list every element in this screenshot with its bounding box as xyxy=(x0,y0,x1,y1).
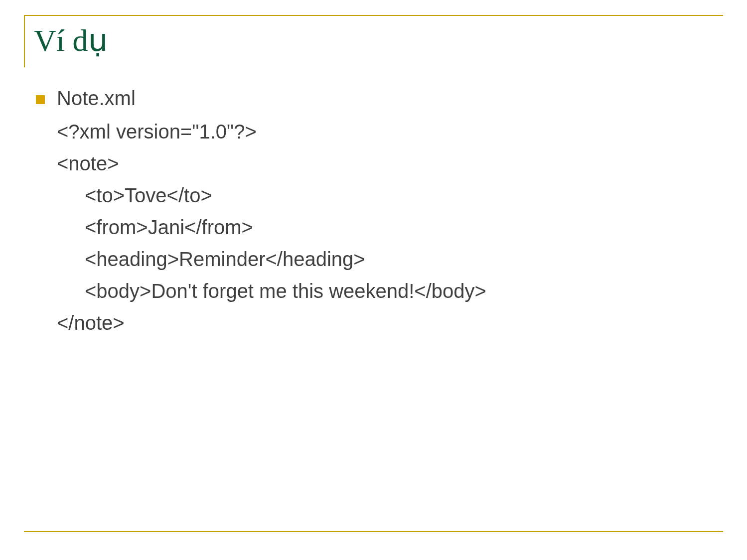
code-block: <?xml version="1.0"?> <note> <to>Tove</t… xyxy=(57,116,723,339)
code-line: <to>Tove</to> xyxy=(85,179,723,211)
slide-container: Ví dụ Note.xml <?xml version="1.0"?> <no… xyxy=(0,0,747,560)
bullet-label: Note.xml xyxy=(57,87,136,110)
code-line: <body>Don't forget me this weekend!</bod… xyxy=(85,275,723,307)
code-line: <note> xyxy=(57,147,723,179)
square-bullet-icon xyxy=(36,95,45,104)
content-area: Note.xml <?xml version="1.0"?> <note> <t… xyxy=(36,87,723,339)
code-line: <from>Jani</from> xyxy=(85,211,723,243)
code-line: </note> xyxy=(57,307,723,339)
bottom-divider xyxy=(24,531,723,532)
bullet-item: Note.xml xyxy=(36,87,723,110)
slide-title: Ví dụ xyxy=(34,22,723,58)
title-block: Ví dụ xyxy=(24,15,723,67)
code-line: <?xml version="1.0"?> xyxy=(57,116,723,147)
code-line: <heading>Reminder</heading> xyxy=(85,243,723,275)
